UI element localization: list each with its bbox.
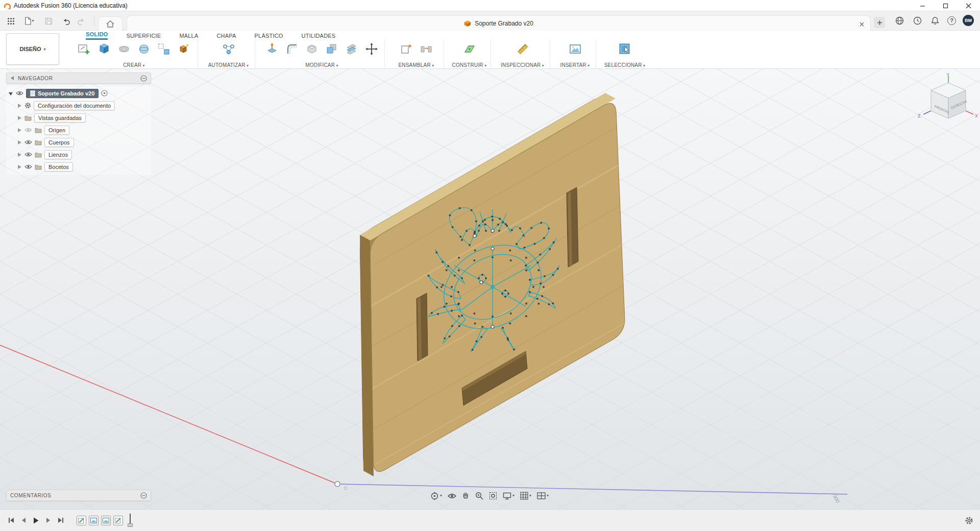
group-label[interactable]: CONSTRUIR xyxy=(448,62,491,68)
collapse-panel-icon[interactable] xyxy=(140,75,147,82)
fit-button[interactable] xyxy=(487,491,499,501)
tree-row-root[interactable]: Soporte Grabado v20 xyxy=(6,88,151,99)
create-sketch-button[interactable] xyxy=(75,40,93,58)
measure-button[interactable] xyxy=(513,40,532,58)
play-button[interactable] xyxy=(31,515,41,525)
zoom-button[interactable] xyxy=(474,491,485,501)
extrude-button[interactable] xyxy=(95,40,113,58)
data-panel-button[interactable] xyxy=(4,15,17,27)
go-to-start-button[interactable] xyxy=(6,515,16,525)
primitive-box-button[interactable] xyxy=(175,40,193,58)
look-at-button[interactable] xyxy=(446,492,458,500)
timeline-feature-canvas[interactable] xyxy=(101,516,111,525)
tree-row-sketches[interactable]: Bocetos xyxy=(6,161,151,172)
tab-utilities[interactable]: UTILIDADES xyxy=(302,33,336,40)
combine-button[interactable] xyxy=(323,40,341,58)
help-button[interactable]: ? xyxy=(947,16,956,25)
close-tab-button[interactable] xyxy=(857,19,866,29)
minimize-button[interactable] xyxy=(911,0,934,11)
display-settings-button[interactable]: ▾ xyxy=(501,491,516,501)
expand-arrow-icon[interactable] xyxy=(8,91,13,96)
notifications-button[interactable] xyxy=(929,15,941,26)
file-menu-button[interactable]: ▾ xyxy=(20,15,38,27)
sweep-button[interactable] xyxy=(115,40,133,58)
step-forward-button[interactable] xyxy=(43,515,53,525)
activity-history-button[interactable] xyxy=(912,15,923,26)
joint-button[interactable] xyxy=(417,40,435,58)
shell-button[interactable] xyxy=(303,40,321,58)
group-label[interactable]: ENSAMBLAR xyxy=(389,62,444,68)
tab-sheet-metal[interactable]: CHAPA xyxy=(216,33,236,40)
visibility-eye-icon[interactable] xyxy=(24,164,32,170)
browser-header[interactable]: NAVEGADOR xyxy=(6,73,151,84)
group-label[interactable]: INSERTAR xyxy=(554,62,596,68)
pattern-button[interactable] xyxy=(155,40,173,58)
tab-plastic[interactable]: PLÁSTICO xyxy=(255,33,283,40)
tree-row-origin[interactable]: Origen xyxy=(6,125,151,135)
step-back-button[interactable] xyxy=(18,515,29,525)
tree-row-named-views[interactable]: Vistas guardadas xyxy=(6,112,151,123)
tree-item-chip[interactable]: Cuerpos xyxy=(44,138,74,147)
tree-row-document-settings[interactable]: Configuración del documento xyxy=(6,100,151,111)
tree-row-bodies[interactable]: Cuerpos xyxy=(6,137,151,148)
document-tab[interactable]: Soporte Grabado v20 xyxy=(127,15,871,31)
job-status-button[interactable] xyxy=(894,15,905,26)
insert-image-button[interactable] xyxy=(566,40,584,58)
tree-item-chip[interactable]: Origen xyxy=(44,126,69,135)
visibility-eye-icon[interactable] xyxy=(24,127,32,133)
go-to-end-button[interactable] xyxy=(55,515,65,525)
grid-settings-button[interactable]: ▾ xyxy=(519,491,533,501)
home-tab[interactable] xyxy=(98,16,122,31)
fillet-button[interactable] xyxy=(283,40,301,58)
group-label[interactable]: CREAR xyxy=(70,62,198,68)
timeline-settings-button[interactable] xyxy=(964,515,974,525)
collapse-panel-icon[interactable] xyxy=(140,492,147,499)
visibility-eye-icon[interactable] xyxy=(16,90,23,96)
timeline-feature-sketch[interactable] xyxy=(77,516,86,525)
tree-item-chip[interactable]: Lienzos xyxy=(44,150,72,159)
user-avatar[interactable]: BM xyxy=(963,15,974,26)
new-tab-button[interactable] xyxy=(874,17,885,28)
tree-item-chip[interactable]: Vistas guardadas xyxy=(34,113,86,123)
group-label[interactable]: MODIFICAR xyxy=(259,62,384,68)
press-pull-button[interactable] xyxy=(263,40,281,58)
disclosure-icon[interactable] xyxy=(17,140,22,145)
tab-surface[interactable]: SUPERFICIE xyxy=(126,33,161,40)
viewports-button[interactable]: ▾ xyxy=(535,491,550,500)
construction-plane-button[interactable] xyxy=(460,40,479,58)
orbit-button[interactable]: ▾ xyxy=(429,491,444,501)
view-cube[interactable]: Y X Z FRONTAL DERECHA xyxy=(914,71,980,128)
activate-component-radio[interactable] xyxy=(101,90,108,96)
tree-row-canvases[interactable]: Lienzos xyxy=(6,149,151,160)
select-button[interactable] xyxy=(616,40,634,58)
tab-solid[interactable]: SOLIDO xyxy=(86,31,108,40)
redo-button[interactable] xyxy=(75,15,88,27)
revolve-button[interactable] xyxy=(135,40,153,58)
visibility-eye-icon[interactable] xyxy=(24,152,32,157)
tab-mesh[interactable]: MALLA xyxy=(179,33,198,40)
move-button[interactable] xyxy=(362,40,381,58)
disclosure-icon[interactable] xyxy=(17,164,22,170)
visibility-eye-icon[interactable] xyxy=(24,139,32,145)
disclosure-icon[interactable] xyxy=(17,115,22,120)
new-component-button[interactable] xyxy=(397,40,415,58)
pan-button[interactable] xyxy=(460,491,471,501)
timeline-feature-canvas[interactable] xyxy=(89,516,99,525)
comments-header[interactable]: COMENTARIOS xyxy=(6,490,151,501)
disclosure-icon[interactable] xyxy=(17,128,22,133)
disclosure-icon[interactable] xyxy=(17,152,22,157)
group-label[interactable]: AUTOMATIZAR xyxy=(202,62,255,68)
timeline-feature-sketch[interactable] xyxy=(113,516,123,525)
timeline-position-marker[interactable] xyxy=(127,514,134,527)
group-label[interactable]: SELECCIONAR xyxy=(600,62,649,68)
close-button[interactable] xyxy=(957,0,980,11)
tree-item-chip[interactable]: Configuración del documento xyxy=(34,101,115,110)
disclosure-icon[interactable] xyxy=(17,103,22,108)
split-button[interactable] xyxy=(342,40,361,58)
undo-button[interactable] xyxy=(59,15,72,27)
group-label[interactable]: INSPECCIONAR xyxy=(495,62,550,68)
workspace-selector[interactable]: DISEÑO xyxy=(6,33,59,65)
automate-button[interactable] xyxy=(219,40,238,58)
tree-item-chip[interactable]: Bocetos xyxy=(44,162,73,172)
root-component-chip[interactable]: Soporte Grabado v20 xyxy=(26,89,99,98)
